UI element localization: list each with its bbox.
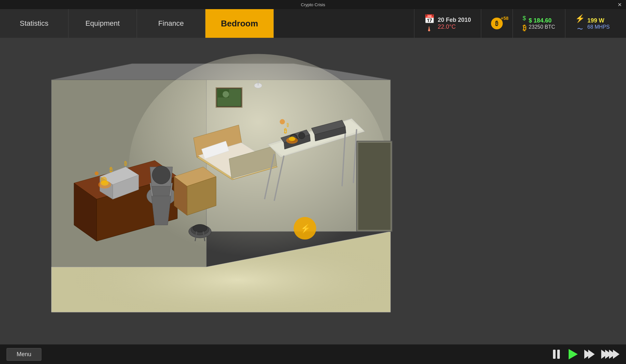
date-values: 20 Feb 2010 22.0°C (438, 17, 471, 30)
tab-finance[interactable]: Finance (137, 9, 205, 38)
btc-value: 23250 BTC (529, 24, 555, 30)
svg-point-44 (193, 225, 207, 232)
svg-text:₿: ₿ (287, 122, 289, 127)
status-bar: 📅 🌡 20 Feb 2010 22.0°C ₿ +58 $ ₿ $ 184.6… (274, 9, 626, 38)
svg-marker-32 (152, 186, 171, 196)
room-scene: ₿ ₿ (0, 38, 626, 344)
btc-badge-container: ₿ +58 (491, 18, 503, 29)
status-date-group: 📅 🌡 20 Feb 2010 22.0°C (414, 9, 481, 38)
date-icons: 📅 🌡 (424, 14, 435, 33)
bottom-bar: Menu (0, 344, 626, 364)
power-icons: ⚡ 〜 (575, 14, 585, 33)
status-power-group: ⚡ 〜 199 W 68 MHPS (565, 9, 619, 38)
money-values: $ 184.60 23250 BTC (529, 17, 555, 30)
btc-pending-count: +58 (501, 16, 509, 21)
triple-fast-forward-button[interactable] (601, 350, 619, 359)
menu-button[interactable]: Menu (7, 348, 41, 361)
svg-marker-28 (152, 196, 171, 225)
speed-icon: 〜 (577, 25, 583, 33)
svg-point-64 (280, 119, 285, 124)
play-icon (569, 349, 578, 359)
btc-money-icon: ₿ (523, 24, 526, 32)
thermometer-icon: 🌡 (426, 25, 433, 33)
svg-point-24 (95, 171, 98, 175)
title-bar: Crypto Crisis ✕ (0, 0, 626, 9)
watts-value: 199 W (588, 17, 610, 24)
tab-statistics[interactable]: Statistics (0, 9, 68, 38)
close-button[interactable]: ✕ (613, 0, 626, 9)
svg-point-33 (152, 166, 170, 184)
svg-text:₿: ₿ (124, 161, 127, 166)
tab-equipment[interactable]: Equipment (68, 9, 137, 38)
svg-point-26 (101, 181, 109, 186)
pause-button[interactable] (553, 350, 562, 359)
app-title: Crypto Crisis (301, 2, 325, 7)
svg-rect-8 (358, 143, 391, 230)
fast-forward-icon (584, 350, 595, 359)
status-btc-pending-group: ₿ +58 (481, 9, 513, 38)
status-money-group: $ ₿ $ 184.60 23250 BTC (513, 9, 565, 38)
svg-text:₿: ₿ (284, 128, 287, 134)
power-values: 199 W 68 MHPS (588, 17, 610, 30)
pause-icon (553, 350, 562, 359)
triple-fast-forward-icon (601, 350, 619, 359)
lightning-icon: ⚡ (575, 14, 585, 23)
usd-value: $ 184.60 (529, 17, 555, 24)
money-icons: $ ₿ (523, 15, 526, 32)
svg-text:₿: ₿ (110, 167, 112, 173)
mhps-value: 68 MHPS (588, 24, 610, 30)
calendar-icon: 📅 (424, 14, 435, 24)
temperature-display: 22.0°C (438, 23, 471, 30)
dollar-icon: $ (523, 15, 526, 22)
svg-text:⚡: ⚡ (300, 224, 311, 234)
playback-controls (553, 349, 619, 359)
navbar: Statistics Equipment Finance Bedroom 📅 🌡… (0, 9, 626, 38)
game-area: ₿ ₿ (0, 38, 626, 344)
date-display: 20 Feb 2010 (438, 17, 471, 23)
svg-point-57 (298, 132, 305, 139)
svg-point-12 (223, 91, 229, 97)
fast-forward-button[interactable] (584, 350, 595, 359)
play-button[interactable] (569, 349, 578, 359)
tab-bedroom[interactable]: Bedroom (205, 9, 274, 38)
svg-point-61 (289, 137, 295, 141)
